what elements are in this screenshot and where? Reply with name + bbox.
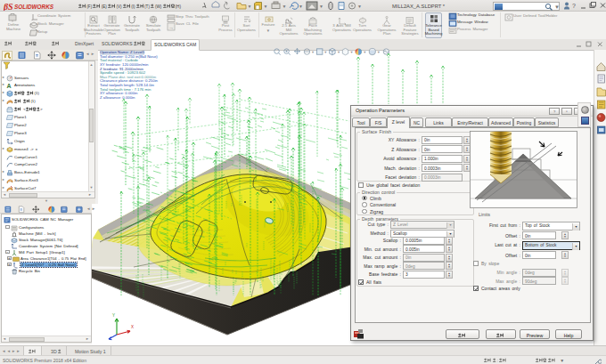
svg-text:▼: ▼ xyxy=(248,4,252,9)
svg-text:▼: ▼ xyxy=(319,4,323,9)
svg-text:βS: βS xyxy=(4,2,13,12)
svg-text:A: A xyxy=(7,83,12,89)
svg-text:Y: Y xyxy=(112,313,115,318)
svg-text:▼: ▼ xyxy=(357,4,362,9)
svg-text:→: → xyxy=(168,24,174,29)
svg-text:X: X xyxy=(131,325,134,329)
svg-text:▼: ▼ xyxy=(264,4,268,9)
svg-text:▼: ▼ xyxy=(283,4,287,9)
svg-text:▼: ▼ xyxy=(299,4,303,9)
svg-text:?: ? xyxy=(572,3,576,9)
svg-text:SOLIDWORKS: SOLIDWORKS xyxy=(14,4,54,10)
svg-text:▼: ▼ xyxy=(554,4,560,10)
